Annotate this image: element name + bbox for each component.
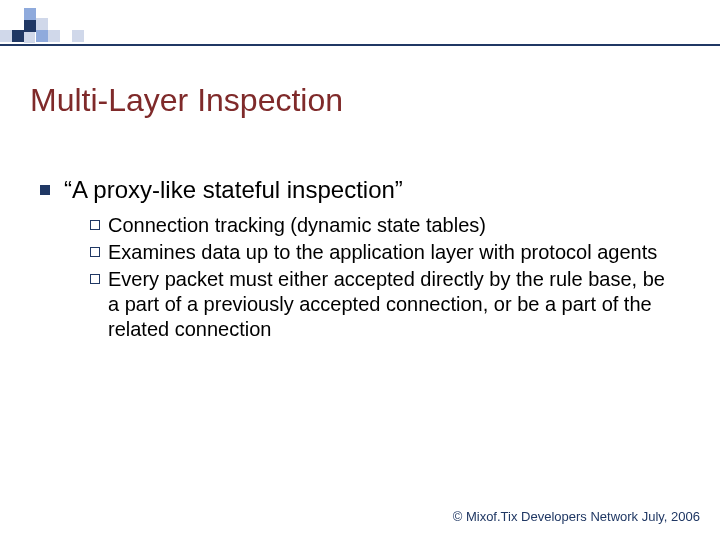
bullet-text: “A proxy-like stateful inspection” [64, 176, 403, 205]
deco-square [24, 8, 36, 20]
deco-square [48, 30, 60, 42]
slide-body: “A proxy-like stateful inspection” Conne… [40, 176, 680, 350]
filled-square-bullet-icon [40, 185, 50, 195]
sub-bullet-text: Examines data up to the application laye… [108, 240, 657, 265]
deco-square [36, 18, 48, 30]
bullet-level2: Connection tracking (dynamic state table… [90, 213, 680, 238]
deco-square [0, 30, 12, 42]
hollow-square-bullet-icon [90, 220, 100, 230]
bullet-level2: Every packet must either accepted direct… [90, 267, 680, 342]
header-rule [0, 44, 720, 46]
bullet-level1: “A proxy-like stateful inspection” Conne… [40, 176, 680, 342]
hollow-square-bullet-icon [90, 274, 100, 284]
deco-square [36, 30, 48, 42]
deco-square [12, 30, 24, 42]
hollow-square-bullet-icon [90, 247, 100, 257]
slide-title: Multi-Layer Inspection [30, 82, 343, 119]
sub-bullet-text: Every packet must either accepted direct… [108, 267, 680, 342]
copyright-footer: © Mixof.Tix Developers Network July, 200… [453, 509, 700, 524]
corner-decoration [0, 0, 120, 50]
sub-bullet-list: Connection tracking (dynamic state table… [90, 213, 680, 342]
deco-square [24, 20, 36, 32]
deco-square [72, 30, 84, 42]
deco-square [24, 32, 35, 43]
bullet-level2: Examines data up to the application laye… [90, 240, 680, 265]
sub-bullet-text: Connection tracking (dynamic state table… [108, 213, 486, 238]
